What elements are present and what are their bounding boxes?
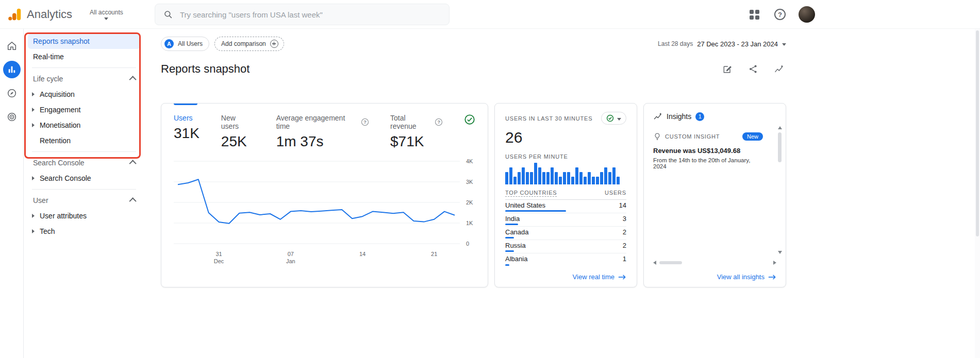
apps-grid-button[interactable] (747, 7, 761, 22)
logo-area: Analytics All accounts (0, 7, 123, 22)
chevron-up-icon (129, 160, 137, 167)
insight-headline[interactable]: Revenue was US$13,049.68 (653, 147, 776, 155)
share-icon (748, 64, 758, 74)
add-comparison-chip[interactable]: Add comparison (214, 37, 284, 51)
date-range-picker[interactable]: Last 28 days 27 Dec 2023 - 23 Jan 2024 (658, 40, 786, 48)
insights-title: Insights (667, 112, 691, 121)
section-title: User (33, 196, 48, 204)
audience-chip-label: All Users (178, 40, 203, 47)
avatar[interactable] (799, 6, 815, 23)
search-bar[interactable] (155, 4, 450, 25)
customize-report-button[interactable] (720, 62, 735, 76)
metric-avg-engagement-time[interactable]: Average engagement time ? 1m 37s (276, 114, 369, 150)
data-quality-badge[interactable] (464, 114, 475, 125)
insights-panel-button[interactable] (772, 62, 786, 76)
insights-horizontal-scrollbar[interactable] (653, 260, 776, 266)
metric-label: Average engagement time (276, 114, 359, 130)
metric-total-revenue[interactable]: Total revenue ? $71K (390, 114, 442, 150)
all-users-chip[interactable]: A All Users (161, 37, 209, 51)
help-icon[interactable]: ? (435, 118, 442, 126)
table-row[interactable]: Canada 2 (505, 227, 626, 240)
report-cards: Users 31K New users 25K Average engageme… (161, 103, 786, 287)
minute-bar (579, 172, 583, 184)
sidebar-item-monetisation[interactable]: Monetisation (24, 117, 144, 133)
lightbulb-icon (653, 132, 661, 141)
svg-text:21: 21 (431, 251, 437, 257)
table-row[interactable]: India 3 (505, 213, 626, 227)
view-real-time-link[interactable]: View real time (505, 273, 626, 281)
sidebar-item-retention[interactable]: Retention (24, 133, 144, 148)
users-overview-card: Users 31K New users 25K Average engageme… (161, 103, 488, 287)
scroll-left-icon[interactable] (653, 261, 656, 265)
realtime-card: USERS IN LAST 30 MINUTES 26 USERS PER MI… (494, 103, 637, 287)
sidebar-section-search-console[interactable]: Search Console (24, 155, 144, 171)
sidebar-item-tech[interactable]: Tech (24, 224, 144, 239)
country-name: Albania (505, 255, 527, 263)
page-title: Reports snapshot (161, 62, 250, 76)
scrollbar-thumb[interactable] (778, 132, 782, 162)
view-all-insights-link[interactable]: View all insights (653, 273, 776, 281)
audience-initial-badge: A (164, 39, 174, 48)
insights-vertical-scrollbar[interactable] (777, 126, 783, 254)
realtime-status-dropdown[interactable] (601, 112, 626, 125)
scrollbar-thumb[interactable] (976, 30, 979, 236)
scroll-up-icon[interactable] (778, 126, 782, 129)
scroll-right-icon[interactable] (773, 261, 776, 265)
minute-bar (551, 167, 554, 184)
accounts-switcher[interactable]: All accounts (90, 9, 123, 20)
minute-bar (530, 172, 533, 184)
minute-bar (571, 177, 574, 184)
analytics-app: Analytics All accounts ? (0, 0, 980, 358)
sidebar-item-label: Retention (40, 137, 71, 145)
share-report-button[interactable] (746, 62, 760, 76)
sidebar-section-life-cycle[interactable]: Life cycle (24, 71, 144, 87)
minute-bar (522, 167, 525, 184)
metric-new-users[interactable]: New users 25K (221, 114, 255, 150)
explore-nav-button[interactable] (3, 84, 21, 102)
sidebar-section-user[interactable]: User (24, 193, 144, 208)
home-nav-button[interactable] (3, 37, 21, 55)
scrollbar-thumb[interactable] (659, 261, 682, 264)
analytics-logo-icon[interactable] (7, 7, 23, 22)
sidebar-item-acquisition[interactable]: Acquisition (24, 87, 144, 102)
sidebar-item-label: Monetisation (40, 121, 80, 129)
advertising-nav-button[interactable] (3, 108, 21, 126)
table-row[interactable]: Russia 2 (505, 240, 626, 253)
link-label: View all insights (717, 273, 765, 281)
svg-text:4K: 4K (466, 158, 473, 164)
sidebar-item-search-console[interactable]: Search Console (24, 171, 144, 186)
metric-users[interactable]: Users 31K (174, 114, 200, 142)
country-bar (505, 210, 566, 212)
top-countries-header: TOP COUNTRIES (505, 190, 557, 197)
minute-bar (534, 163, 537, 184)
sidebar-item-label: Acquisition (40, 90, 75, 98)
table-row[interactable]: Albania 1 (505, 253, 626, 267)
scroll-down-icon[interactable] (778, 251, 782, 254)
sidebar-item-engagement[interactable]: Engagement (24, 102, 144, 117)
sidebar-item-real-time[interactable]: Real-time (24, 49, 139, 64)
country-name: India (505, 215, 520, 223)
realtime-title: USERS IN LAST 30 MINUTES (505, 115, 592, 122)
table-row[interactable]: United States 14 (505, 200, 626, 213)
comparison-controls: A All Users Add comparison Last 28 days … (161, 36, 786, 52)
check-circle-icon (606, 114, 614, 122)
page-scrollbar[interactable] (975, 29, 980, 358)
custom-insight-label: CUSTOM INSIGHT (665, 133, 739, 140)
sidebar-item-reports-snapshot[interactable]: Reports snapshot (28, 33, 140, 49)
minute-bar (559, 177, 562, 184)
date-range-value: 27 Dec 2023 - 23 Jan 2024 (697, 40, 778, 48)
country-name: United States (505, 201, 545, 209)
insights-count-badge: 1 (695, 112, 704, 121)
search-input[interactable] (180, 10, 441, 19)
reports-nav-button[interactable] (3, 61, 21, 78)
sidebar-item-user-attributes[interactable]: User attributes (24, 208, 144, 224)
help-icon[interactable]: ? (361, 118, 369, 126)
expand-triangle-icon (32, 229, 35, 233)
metric-label: Users (174, 114, 193, 122)
add-comparison-label: Add comparison (221, 40, 266, 47)
metric-label: New users (221, 114, 255, 130)
sidebar-item-label: Reports snapshot (33, 37, 90, 45)
help-button[interactable]: ? (773, 7, 787, 22)
report-sidebar: Reports snapshot Real-time Life cycle Ac… (24, 29, 144, 358)
explore-compass-icon (6, 88, 18, 99)
